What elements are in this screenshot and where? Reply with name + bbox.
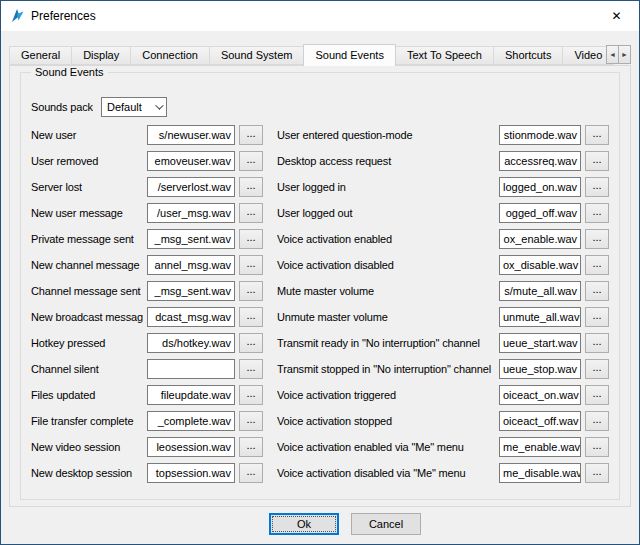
browse-button[interactable]: ... <box>585 463 609 483</box>
window-title: Preferences <box>31 9 96 23</box>
event-file-input[interactable]: oiceact_off.wav <box>499 411 581 431</box>
tab-general[interactable]: General <box>9 46 72 65</box>
column-gap <box>267 177 273 197</box>
event-label: User entered question-mode <box>277 125 495 145</box>
browse-button[interactable]: ... <box>239 229 263 249</box>
event-file-input[interactable]: annel_msg.wav <box>147 255 235 275</box>
event-label: Files updated <box>31 385 143 405</box>
browse-button[interactable]: ... <box>239 151 263 171</box>
event-file-input[interactable]: ds/hotkey.wav <box>147 333 235 353</box>
column-gap <box>267 307 273 327</box>
browse-button[interactable]: ... <box>239 125 263 145</box>
event-file-input[interactable]: ueue_start.wav <box>499 333 581 353</box>
event-file-input[interactable]: accessreq.wav <box>499 151 581 171</box>
event-file-input[interactable]: ogged_off.wav <box>499 203 581 223</box>
event-file-input[interactable]: _msg_sent.wav <box>147 281 235 301</box>
event-file-input[interactable]: s/mute_all.wav <box>499 281 581 301</box>
dialog-footer: Ok Cancel <box>1 513 639 535</box>
groupbox-title: Sound Events <box>31 66 108 78</box>
browse-button[interactable]: ... <box>585 281 609 301</box>
browse-button[interactable]: ... <box>239 437 263 457</box>
browse-button[interactable]: ... <box>585 385 609 405</box>
tab-sound-events[interactable]: Sound Events <box>303 44 396 66</box>
browse-button[interactable]: ... <box>239 307 263 327</box>
browse-button[interactable]: ... <box>585 359 609 379</box>
arrow-right-icon: ► <box>621 51 628 58</box>
titlebar: Preferences ✕ <box>1 1 639 31</box>
column-gap <box>267 385 273 405</box>
sound-events-groupbox: Sound Events Sounds pack Default New use… <box>20 72 620 500</box>
column-gap <box>267 359 273 379</box>
browse-button[interactable]: ... <box>239 411 263 431</box>
column-gap <box>267 151 273 171</box>
event-label: File transfer complete <box>31 411 143 431</box>
event-label: Mute master volume <box>277 281 495 301</box>
browse-button[interactable]: ... <box>585 125 609 145</box>
event-file-input[interactable]: logged_on.wav <box>499 177 581 197</box>
tab-bar: GeneralDisplayConnectionSound SystemSoun… <box>9 44 631 66</box>
event-label: New channel message <box>31 255 143 275</box>
event-file-input[interactable]: leosession.wav <box>147 437 235 457</box>
event-label: Private message sent <box>31 229 143 249</box>
browse-button[interactable]: ... <box>585 151 609 171</box>
browse-button[interactable]: ... <box>585 203 609 223</box>
browse-button[interactable]: ... <box>239 203 263 223</box>
sounds-pack-row: Sounds pack Default <box>31 97 609 117</box>
column-gap <box>267 203 273 223</box>
event-file-input[interactable]: emoveuser.wav <box>147 151 235 171</box>
event-label: Voice activation triggered <box>277 385 495 405</box>
event-file-input[interactable]: me_disable.wav <box>499 463 581 483</box>
browse-button[interactable]: ... <box>585 307 609 327</box>
event-label: Voice activation disabled <box>277 255 495 275</box>
browse-button[interactable]: ... <box>585 333 609 353</box>
event-file-input[interactable] <box>147 359 235 379</box>
tab-text-to-speech[interactable]: Text To Speech <box>395 46 494 65</box>
ok-button[interactable]: Ok <box>269 513 339 535</box>
browse-button[interactable]: ... <box>239 333 263 353</box>
event-file-input[interactable]: _complete.wav <box>147 411 235 431</box>
column-gap <box>267 125 273 145</box>
event-file-input[interactable]: /user_msg.wav <box>147 203 235 223</box>
browse-button[interactable]: ... <box>585 411 609 431</box>
browse-button[interactable]: ... <box>585 177 609 197</box>
event-file-input[interactable]: ueue_stop.wav <box>499 359 581 379</box>
tab-connection[interactable]: Connection <box>130 46 210 65</box>
close-icon: ✕ <box>611 9 621 23</box>
tab-scroll: ◄ ► <box>607 45 631 64</box>
tab-sound-system[interactable]: Sound System <box>209 46 305 65</box>
event-label: Server lost <box>31 177 143 197</box>
event-file-input[interactable]: ox_disable.wav <box>499 255 581 275</box>
sounds-pack-select[interactable]: Default <box>101 97 167 117</box>
event-file-input[interactable]: ox_enable.wav <box>499 229 581 249</box>
event-file-input[interactable]: /serverlost.wav <box>147 177 235 197</box>
event-file-input[interactable]: s/newuser.wav <box>147 125 235 145</box>
browse-button[interactable]: ... <box>585 255 609 275</box>
browse-button[interactable]: ... <box>239 463 263 483</box>
browse-button[interactable]: ... <box>239 359 263 379</box>
browse-button[interactable]: ... <box>239 385 263 405</box>
event-file-input[interactable]: topsession.wav <box>147 463 235 483</box>
event-file-input[interactable]: oiceact_on.wav <box>499 385 581 405</box>
cancel-button[interactable]: Cancel <box>351 513 421 535</box>
browse-button[interactable]: ... <box>239 255 263 275</box>
tab-display[interactable]: Display <box>71 46 131 65</box>
close-button[interactable]: ✕ <box>594 1 639 30</box>
event-file-input[interactable]: _msg_sent.wav <box>147 229 235 249</box>
tab-shortcuts[interactable]: Shortcuts <box>493 46 563 65</box>
browse-button[interactable]: ... <box>585 229 609 249</box>
event-label: Voice activation enabled <box>277 229 495 249</box>
browse-button[interactable]: ... <box>585 437 609 457</box>
column-gap <box>267 333 273 353</box>
event-file-input[interactable]: fileupdate.wav <box>147 385 235 405</box>
event-file-input[interactable]: me_enable.wav <box>499 437 581 457</box>
event-label: New broadcast message <box>31 307 143 327</box>
event-file-input[interactable]: unmute_all.wav <box>499 307 581 327</box>
tab-scroll-right-button[interactable]: ► <box>618 45 631 64</box>
event-label: User logged in <box>277 177 495 197</box>
browse-button[interactable]: ... <box>239 177 263 197</box>
event-label: Voice activation stopped <box>277 411 495 431</box>
browse-button[interactable]: ... <box>239 281 263 301</box>
event-file-input[interactable]: stionmode.wav <box>499 125 581 145</box>
event-label: Voice activation enabled via "Me" menu <box>277 437 495 457</box>
event-file-input[interactable]: dcast_msg.wav <box>147 307 235 327</box>
